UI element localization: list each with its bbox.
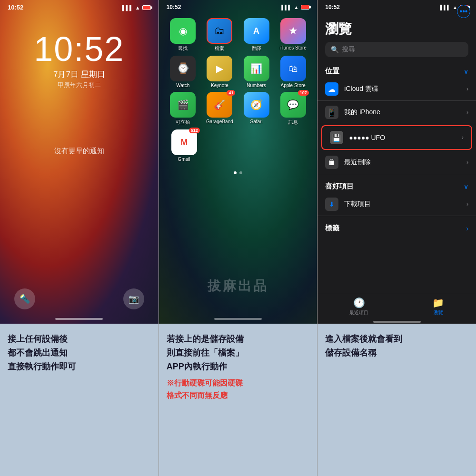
section-location-chevron: ∨	[464, 68, 468, 75]
app-itunes[interactable]: ★ iTunes Store	[278, 18, 309, 52]
files-search-bar[interactable]: 🔍 搜尋	[325, 42, 468, 57]
lock-calendar: 甲辰年六月初二	[0, 81, 159, 89]
dot-1	[234, 171, 237, 174]
files-item-usb[interactable]: 💾 ●●●●● UFO ›	[321, 125, 472, 150]
appstore-icon: 🛍	[280, 56, 306, 81]
files-bg: 10:52 ▌▌▌ ▲ ••• 瀏覽 🔍 搜尋	[317, 0, 476, 324]
lockscreen-bg: 10:52 ▌▌▌ ▲ 10:52 7月7日 星期日 甲辰年六月初二 沒有更早的…	[0, 0, 159, 324]
app-gmail[interactable]: M 512 Gmail	[169, 129, 200, 162]
main-container: 10:52 ▌▌▌ ▲ 10:52 7月7日 星期日 甲辰年六月初二 沒有更早的…	[0, 0, 476, 476]
status-bar-2: 10:52 ▌▌▌ ▲	[159, 0, 317, 12]
files-item-downloads[interactable]: ⬇ 下載項目 ›	[317, 193, 476, 216]
app-garageband[interactable]: 🎸 41 GarageBand	[204, 92, 235, 126]
app-messages[interactable]: 💬 107 訊息	[278, 92, 309, 126]
lock-date: 7月7日 星期日	[0, 69, 159, 80]
downloads-chevron: ›	[466, 201, 468, 208]
app-facetime[interactable]: 🎬 可立拍	[167, 92, 198, 126]
trash-chevron: ›	[466, 159, 468, 166]
app-files[interactable]: 🗂 檔案	[204, 18, 235, 52]
status-right-2: ▌▌▌ ▲	[281, 5, 309, 10]
section-tags-chevron: ›	[466, 225, 468, 232]
time-2: 10:52	[167, 4, 181, 10]
section-tags: 標籤 ›	[317, 218, 476, 237]
home-indicator-3	[373, 321, 421, 323]
browse-label: 瀏覽	[434, 309, 443, 316]
app-keynote[interactable]: ▶ Keynote	[204, 56, 235, 88]
tab-browse[interactable]: 📁 瀏覽	[432, 297, 444, 316]
panel-homescreen: 10:52 ▌▌▌ ▲ ◉ 尋找	[159, 0, 318, 476]
section-location-title: 位置	[325, 67, 339, 76]
section-favorites: 喜好項目 ∨ ⬇ 下載項目 ›	[317, 176, 476, 218]
keynote-icon: ▶	[207, 56, 232, 81]
app-safari[interactable]: 🧭 Safari	[241, 92, 272, 126]
itunes-icon: ★	[280, 18, 306, 44]
no-notification-text: 沒有更早的通知	[0, 147, 159, 156]
more-button[interactable]: •••	[457, 5, 470, 18]
files-title: 瀏覽	[325, 20, 468, 38]
dot-2	[239, 171, 242, 174]
app-translate[interactable]: A 翻譯	[241, 18, 272, 52]
panel-lockscreen: 10:52 ▌▌▌ ▲ 10:52 7月7日 星期日 甲辰年六月初二 沒有更早的…	[0, 0, 159, 476]
time-3: 10:52	[325, 4, 340, 10]
signal-icon-3: ▌▌▌	[440, 5, 450, 10]
downloads-icon: ⬇	[325, 198, 338, 211]
app-row-2: ⌚ Watch ▶ Keynote 📊	[165, 56, 312, 88]
files-icon: 🗂	[207, 18, 232, 44]
section-location: 位置 ∨ ☁ iCloud 雲碟 › 📱 我的 iPhone ›	[317, 61, 476, 176]
messages-label: 訊息	[288, 119, 298, 126]
panel-files: 10:52 ▌▌▌ ▲ ••• 瀏覽 🔍 搜尋	[317, 0, 476, 476]
app-row-4: M 512 Gmail	[165, 129, 312, 162]
caption-2: 若接上的是儲存設備則直接前往「檔案」APP內執行動作 ※行動硬碟可能因硬碟格式不…	[159, 324, 317, 476]
lock-time-display: 10:52 7月7日 星期日 甲辰年六月初二	[0, 32, 159, 89]
gmail-badge: 512	[189, 128, 200, 133]
app-numbers[interactable]: 📊 Numbers	[241, 56, 272, 88]
files-item-myiphone[interactable]: 📱 我的 iPhone ›	[317, 101, 476, 124]
trash-icon: 🗑	[325, 156, 338, 169]
section-favorites-header: 喜好項目 ∨	[317, 178, 476, 193]
downloads-label: 下載項目	[344, 200, 466, 208]
app-grid: ◉ 尋找 🗂 檔案 A	[159, 14, 317, 169]
wifi-icon-2: ▲	[294, 5, 298, 10]
app-appstore[interactable]: 🛍 Apple Store	[278, 56, 309, 88]
caption-text-2: 若接上的是儲存設備則直接前往「檔案」APP內執行動作	[167, 332, 310, 373]
trash-label: 最近刪除	[344, 158, 466, 167]
camera-button[interactable]: 📷	[123, 288, 144, 309]
facetime-label: 可立拍	[176, 119, 190, 126]
safari-icon: 🧭	[244, 92, 269, 118]
myiphone-icon: 📱	[325, 106, 338, 119]
files-bottom-bar: 🕐 最近項目 📁 瀏覽	[317, 293, 476, 324]
app-row-3: 🎬 可立拍 🎸 41 GarageBand	[165, 92, 312, 126]
messages-badge: 107	[298, 90, 309, 96]
files-item-icloud[interactable]: ☁ iCloud 雲碟 ›	[317, 78, 476, 101]
search-placeholder: 搜尋	[342, 45, 355, 54]
lock-bottom-controls: 🔦 📷	[0, 288, 159, 309]
myiphone-label: 我的 iPhone	[344, 108, 466, 117]
files-screen: 10:52 ▌▌▌ ▲ ••• 瀏覽 🔍 搜尋	[317, 0, 476, 324]
translate-label: 翻譯	[252, 45, 261, 52]
app-watch[interactable]: ⌚ Watch	[167, 56, 198, 88]
flashlight-button[interactable]: 🔦	[14, 288, 35, 309]
app-find[interactable]: ◉ 尋找	[167, 18, 198, 52]
caption-text-1: 接上任何設備後都不會跳出通知直接執行動作即可	[8, 332, 151, 373]
section-location-header: 位置 ∨	[317, 63, 476, 78]
caption-3: 進入檔案後就會看到儲存設備名稱	[317, 324, 476, 476]
battery-icon-1	[142, 5, 151, 10]
app-row-1: ◉ 尋找 🗂 檔案 A	[165, 18, 312, 52]
files-label: 檔案	[215, 45, 224, 52]
itunes-label: iTunes Store	[280, 45, 307, 50]
time-left-1: 10:52	[8, 4, 23, 11]
caption-1: 接上任何設備後都不會跳出通知直接執行動作即可	[0, 324, 159, 476]
icloud-icon: ☁	[325, 82, 338, 96]
lockscreen-screen: 10:52 ▌▌▌ ▲ 10:52 7月7日 星期日 甲辰年六月初二 沒有更早的…	[0, 0, 159, 324]
status-bar-1: 10:52 ▌▌▌ ▲	[0, 0, 159, 13]
find-icon: ◉	[170, 18, 196, 44]
browse-icon: 📁	[432, 297, 444, 308]
numbers-icon: 📊	[244, 56, 269, 81]
page-dots	[159, 171, 317, 174]
home-indicator-1	[55, 318, 103, 320]
files-item-trash[interactable]: 🗑 最近刪除 ›	[317, 151, 476, 174]
gmail-icon: M 512	[171, 129, 197, 155]
tab-recents[interactable]: 🕐 最近項目	[349, 297, 368, 316]
section-tags-header: 標籤 ›	[317, 220, 476, 235]
homescreen-screen: 10:52 ▌▌▌ ▲ ◉ 尋找	[159, 0, 317, 324]
